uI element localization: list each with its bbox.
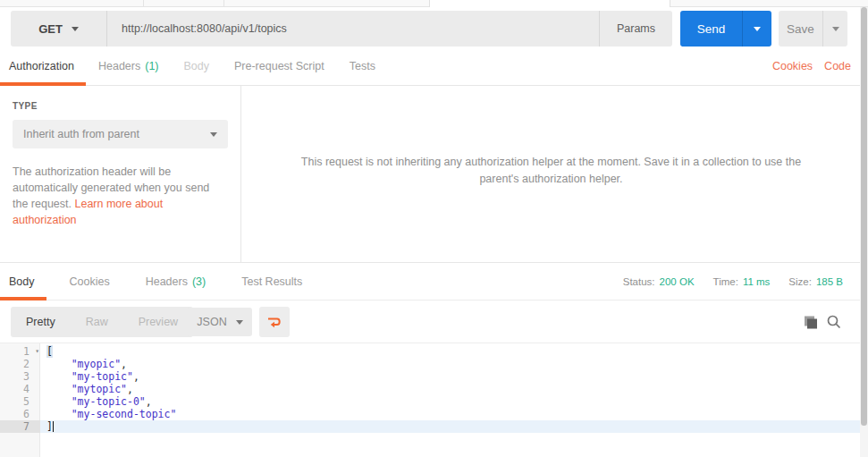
tab-response-headers[interactable]: Headers (3) (133, 263, 219, 300)
auth-description: The authorization header will be automat… (13, 164, 223, 228)
code-line-active: 7 ] (0, 420, 860, 433)
code-line: 2 "myopic", (0, 358, 860, 370)
time-label: Time: (713, 276, 738, 287)
tab-label: Test Results (241, 275, 302, 288)
line-number: 5 (0, 395, 40, 408)
authorization-panel: TYPE Inherit auth from parent The author… (0, 86, 241, 262)
window-tabs-strip (0, 0, 868, 7)
code-line: 4 "mytopic", (0, 383, 860, 395)
json-string: "my-topic-0" (46, 395, 146, 408)
code-rows: 1 ▾ [ 2 "myopic", 3 "my-topic", 4 "mytop… (0, 345, 860, 433)
json-string: "mytopic" (46, 383, 127, 395)
method-selector[interactable]: GET (11, 11, 107, 47)
status-label: Status: (623, 276, 655, 287)
size-label: Size: (788, 276, 812, 287)
tab-label: Body (184, 60, 210, 72)
tab-label: Headers (146, 275, 188, 288)
copy-icon (802, 314, 818, 330)
request-tabs: Authorization Headers (1) Body Pre-reque… (0, 47, 860, 86)
tab-label: Authorization (9, 60, 74, 72)
open-bracket: [ (46, 345, 53, 358)
tab-count-badge: (1) (145, 60, 158, 72)
tab-test-results[interactable]: Test Results (229, 263, 315, 300)
response-body-editor[interactable]: 1 ▾ [ 2 "myopic", 3 "my-topic", 4 "mytop… (0, 343, 860, 457)
scrollbar-thumb[interactable] (861, 7, 867, 426)
response-language-dropdown[interactable]: JSON (188, 308, 252, 336)
line-number: 2 (0, 358, 40, 370)
code-text: "my-second-topic" (40, 408, 176, 420)
method-label: GET (38, 22, 63, 36)
text-cursor (53, 421, 55, 432)
params-button[interactable]: Params (599, 11, 672, 47)
code-line: 3 "my-topic", (0, 370, 860, 383)
code-link[interactable]: Code (824, 60, 851, 72)
code-line: 6 "my-second-topic" (0, 408, 860, 420)
response-view-switcher: Pretty Raw Preview (11, 307, 193, 337)
chevron-down-icon (236, 320, 243, 325)
line-number-text: 1 (23, 345, 29, 358)
tab-pre-request-script[interactable]: Pre-request Script (222, 47, 337, 85)
send-options-button[interactable] (743, 11, 771, 47)
wrap-lines-button[interactable] (259, 307, 290, 337)
window-tab-active (429, 0, 670, 7)
tab-headers[interactable]: Headers (1) (86, 47, 172, 85)
response-meta: Status:200 OK Time:11 ms Size:185 B (623, 262, 843, 300)
tab-response-body[interactable]: Body (0, 263, 46, 300)
cookies-link[interactable]: Cookies (772, 60, 813, 72)
json-comma: , (127, 383, 133, 395)
pretty-view-button[interactable]: Pretty (11, 307, 71, 337)
send-button-group: Send (680, 11, 771, 47)
size-value: 185 B (816, 276, 843, 287)
fold-arrow-icon[interactable]: ▾ (35, 345, 39, 358)
window-tab-divider (143, 0, 144, 7)
code-line: 5 "my-topic-0", (0, 395, 860, 408)
code-text: "mytopic", (40, 383, 133, 395)
time-badge: Time:11 ms (713, 276, 771, 287)
json-string: "my-topic" (46, 370, 133, 383)
request-url-bar: GET http://localhost:8080/api/v1/topics … (11, 11, 672, 47)
postman-app: GET http://localhost:8080/api/v1/topics … (0, 0, 868, 457)
request-links: Cookies Code (772, 60, 860, 72)
search-response-button[interactable] (825, 313, 843, 331)
save-options-button[interactable] (823, 11, 847, 47)
code-text: "my-topic-0", (40, 395, 152, 408)
auth-helper-message-panel: This request is not inheriting any autho… (242, 86, 860, 256)
wrap-text-icon (266, 315, 282, 329)
send-button[interactable]: Send (680, 11, 743, 47)
code-text: "my-topic", (40, 370, 139, 383)
json-comma: , (121, 358, 127, 370)
search-icon (826, 314, 842, 330)
tab-count-badge: (3) (192, 275, 206, 288)
json-comma: , (133, 370, 139, 383)
chevron-down-icon (210, 132, 217, 137)
save-button[interactable]: Save (779, 11, 823, 47)
tab-response-cookies[interactable]: Cookies (57, 263, 122, 300)
code-text: "myopic", (40, 358, 127, 370)
tab-authorization[interactable]: Authorization (0, 47, 86, 85)
scrollbar-track[interactable] (860, 7, 868, 457)
raw-view-button[interactable]: Raw (71, 307, 123, 337)
json-string: "my-second-topic" (46, 408, 176, 420)
tab-label: Cookies (70, 275, 110, 288)
line-number: 6 (0, 408, 40, 420)
chevron-down-icon (754, 27, 761, 31)
tab-tests[interactable]: Tests (337, 47, 388, 85)
line-number: 7 (0, 420, 40, 433)
auth-type-value: Inherit auth from parent (23, 128, 139, 140)
code-text: ] (40, 420, 54, 433)
window-tab-divider (223, 0, 224, 7)
status-badge: Status:200 OK (623, 276, 695, 287)
tab-label: Tests (350, 60, 375, 72)
chevron-down-icon (832, 27, 839, 31)
url-input[interactable]: http://localhost:8080/api/v1/topics (107, 11, 599, 47)
preview-view-button[interactable]: Preview (123, 307, 193, 337)
auth-helper-message: This request is not inheriting any autho… (283, 154, 820, 188)
auth-type-dropdown[interactable]: Inherit auth from parent (13, 120, 228, 148)
tab-body[interactable]: Body (172, 47, 223, 85)
size-badge: Size:185 B (788, 276, 843, 287)
copy-response-button[interactable] (801, 313, 819, 331)
line-number: 3 (0, 370, 40, 383)
save-button-group: Save (779, 11, 847, 47)
tab-label: Headers (98, 60, 140, 72)
close-bracket: ] (46, 420, 53, 433)
